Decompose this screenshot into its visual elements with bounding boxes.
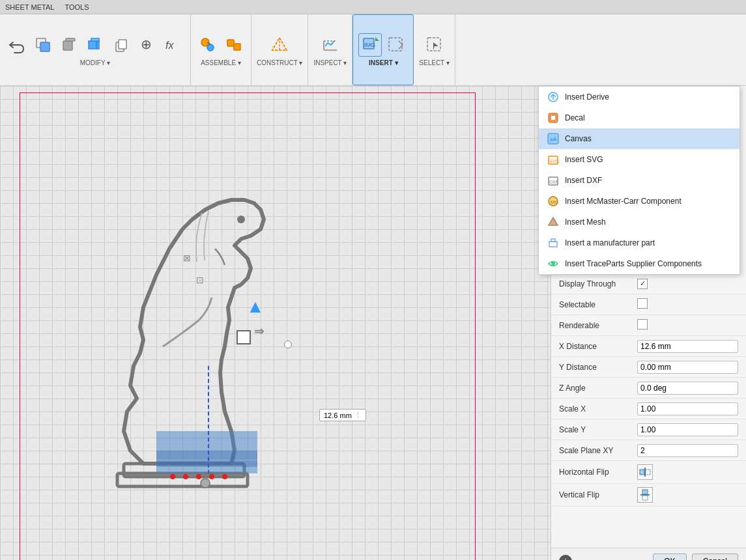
renderable-label: Renderable — [559, 321, 637, 330]
display-through-checkbox[interactable] — [637, 279, 648, 289]
svg-rect-59 — [642, 496, 648, 500]
insert-svg-label: Insert SVG — [565, 155, 603, 164]
select-button[interactable] — [423, 33, 446, 57]
horizontal-flip-row: Horizontal Flip — [551, 461, 746, 484]
insert-traceparts-label: Insert TraceParts Supplier Components — [565, 259, 702, 268]
horizontal-flip-button[interactable] — [637, 464, 653, 480]
inspect-button[interactable] — [319, 33, 342, 57]
toolbar-modify-section: ⊕ fx MODIFY ▾ — [0, 14, 191, 85]
ok-button[interactable]: OK — [653, 553, 686, 560]
y-distance-input[interactable] — [637, 361, 738, 374]
measure-options-button[interactable]: ⋮ — [354, 411, 362, 419]
y-distance-value — [637, 361, 738, 374]
top-menu-sheet-metal[interactable]: SHEET METAL — [5, 3, 54, 11]
top-menu-bar: SHEET METAL TOOLS — [0, 0, 746, 14]
canvas-viewport[interactable]: ▲ ⇒ ⊠ ⊡ 12.6 mm ⋮ — [0, 86, 551, 560]
insert-manufacturer-item[interactable]: Insert a manufacturer part — [539, 232, 739, 253]
selectable-label: Selectable — [559, 300, 637, 309]
canvas-rotation-handle[interactable] — [284, 341, 292, 348]
insert-mesh-label: Insert Mesh — [565, 217, 606, 227]
scale-y-input[interactable] — [637, 423, 738, 436]
svg-icon: SVG — [547, 153, 560, 166]
y-distance-row: Y Distance — [551, 357, 746, 378]
scale-x-input[interactable] — [637, 402, 738, 415]
select-insert-arrow[interactable] — [384, 33, 408, 57]
svg-rect-14 — [234, 44, 240, 50]
canvas-center-handle[interactable] — [237, 330, 251, 344]
assemble-dropdown-btn[interactable]: ASSEMBLE ▾ — [201, 59, 241, 66]
vertical-flip-button[interactable] — [637, 487, 653, 503]
toolbar-inspect-section: INSPECT ▾ — [308, 14, 352, 85]
renderable-value — [637, 319, 738, 331]
vertical-flip-label: Vertical Flip — [559, 490, 637, 499]
canvas-item[interactable]: Canvas — [539, 128, 739, 149]
selectable-value — [637, 298, 738, 311]
svg-text:MC: MC — [551, 199, 559, 205]
svg-rect-43 — [551, 115, 556, 120]
horizontal-flip-label: Horizontal Flip — [559, 468, 637, 477]
scale-x-value — [637, 402, 738, 415]
x-distance-value — [637, 340, 738, 353]
canvas-scale-icon[interactable]: ⊡ — [195, 273, 210, 289]
measure-label: 12.6 mm ⋮ — [319, 409, 366, 421]
cancel-button[interactable]: Cancel — [692, 553, 738, 560]
insert-mcmaster-item[interactable]: MC Insert McMaster-Carr Component — [539, 191, 739, 212]
svg-text:⊠: ⊠ — [183, 253, 191, 263]
svg-text:⊡: ⊡ — [196, 275, 204, 285]
top-menu-tools[interactable]: TOOLS — [65, 3, 89, 11]
z-angle-row: Z Angle — [551, 378, 746, 399]
svg-rect-1 — [40, 42, 50, 51]
insert-dxf-item[interactable]: DXF Insert DXF — [539, 170, 739, 191]
main-area: ▲ ⇒ ⊠ ⊡ 12.6 mm ⋮ Insert Derive — [0, 86, 746, 560]
insert-svg-item[interactable]: SVG Insert SVG — [539, 149, 739, 170]
toolbar-assemble-section: ASSEMBLE ▾ — [191, 14, 251, 85]
insert-mcmaster-label: Insert McMaster-Carr Component — [565, 197, 681, 206]
canvas-move-icon[interactable]: ⊠ — [182, 251, 197, 267]
decal-item[interactable]: Decal — [539, 107, 739, 128]
canvas-menu-icon — [547, 132, 560, 145]
canvas-move-up-icon[interactable]: ▲ — [246, 296, 265, 317]
canvas-arrow-right-icon[interactable]: ⇒ — [254, 324, 264, 339]
assemble-label: ASSEMBLE ▾ — [201, 59, 241, 66]
z-angle-label: Z Angle — [559, 384, 637, 393]
assemble2-button[interactable] — [222, 33, 246, 57]
display-through-row: Display Through — [551, 273, 746, 294]
footer-buttons: OK Cancel — [653, 553, 738, 560]
insert-dropdown-btn[interactable]: INSERT ▾ — [369, 59, 397, 66]
svg-rect-44 — [548, 133, 558, 144]
scale-plane-xy-input[interactable] — [637, 444, 738, 457]
construct-button[interactable] — [268, 33, 291, 57]
insert-button[interactable]: IMG — [358, 33, 382, 57]
new-component-button[interactable] — [31, 33, 55, 57]
copy-button[interactable] — [109, 33, 133, 57]
canvas-label: Canvas — [565, 134, 592, 143]
right-panel: Insert Derive Decal Canvas SVG Insert SV… — [551, 86, 746, 560]
modify-dropdown-btn[interactable]: MODIFY ▾ — [80, 59, 110, 66]
selectable-checkbox[interactable] — [637, 298, 648, 309]
decal-label: Decal — [565, 113, 585, 122]
insert-derive-label: Insert Derive — [565, 92, 609, 102]
z-angle-input[interactable] — [637, 382, 738, 395]
svg-rect-58 — [642, 490, 648, 494]
assemble-button[interactable] — [196, 33, 220, 57]
move-button[interactable]: ⊕ — [136, 33, 159, 57]
x-distance-input[interactable] — [637, 340, 738, 353]
box-button[interactable] — [57, 33, 81, 57]
vertical-flip-row: Vertical Flip — [551, 484, 746, 507]
insert-dropdown-menu: Insert Derive Decal Canvas SVG Insert SV… — [538, 86, 740, 275]
renderable-checkbox[interactable] — [637, 319, 648, 329]
fx-button[interactable]: fx — [162, 33, 185, 57]
select-label: SELECT ▾ — [419, 59, 450, 66]
solid-box-button[interactable] — [83, 33, 107, 57]
construct-dropdown-btn[interactable]: CONSTRUCT ▾ — [257, 59, 302, 66]
insert-traceparts-item[interactable]: Insert TraceParts Supplier Components — [539, 253, 739, 274]
dxf-icon: DXF — [547, 174, 560, 187]
inspect-dropdown-btn[interactable]: INSPECT ▾ — [313, 59, 347, 66]
insert-derive-item[interactable]: Insert Derive — [539, 87, 739, 107]
insert-mesh-item[interactable]: Insert Mesh — [539, 212, 739, 232]
select-dropdown-btn[interactable]: SELECT ▾ — [419, 59, 450, 66]
inspect-label: INSPECT ▾ — [313, 59, 347, 66]
undo-button[interactable] — [5, 33, 29, 57]
toolbar-insert-section: IMG INSERT ▾ — [352, 14, 414, 85]
scale-x-label: Scale X — [559, 404, 637, 413]
